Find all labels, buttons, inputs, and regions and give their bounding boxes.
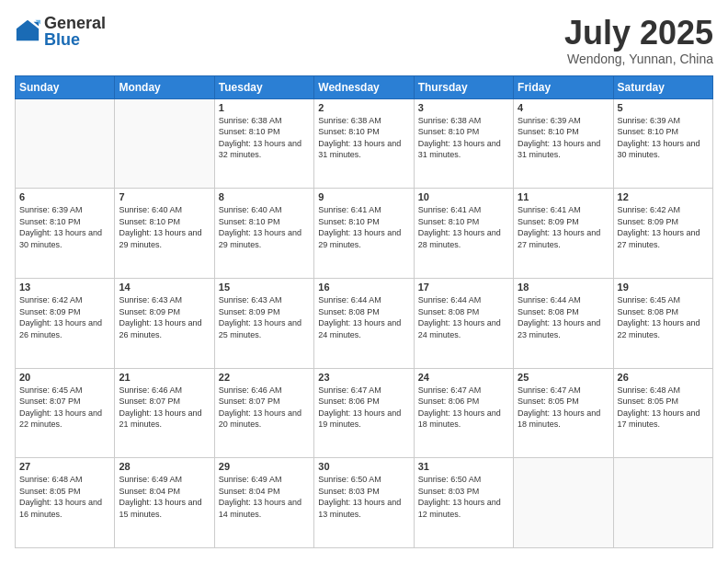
day-info-text: Sunrise: 6:43 AM Sunset: 8:09 PM Dayligh… bbox=[219, 294, 310, 340]
col-header-saturday: Saturday bbox=[613, 75, 712, 98]
day-number: 9 bbox=[318, 191, 409, 202]
cell-w3-d2: 14Sunrise: 6:43 AM Sunset: 8:09 PM Dayli… bbox=[115, 278, 214, 368]
col-header-thursday: Thursday bbox=[414, 75, 513, 98]
day-number: 3 bbox=[418, 102, 509, 113]
cell-w4-d6: 25Sunrise: 6:47 AM Sunset: 8:05 PM Dayli… bbox=[514, 368, 613, 458]
week-row-3: 13Sunrise: 6:42 AM Sunset: 8:09 PM Dayli… bbox=[16, 278, 713, 368]
cell-w2-d6: 11Sunrise: 6:41 AM Sunset: 8:09 PM Dayli… bbox=[514, 189, 613, 279]
day-info-text: Sunrise: 6:41 AM Sunset: 8:10 PM Dayligh… bbox=[418, 204, 509, 250]
day-info-text: Sunrise: 6:48 AM Sunset: 8:05 PM Dayligh… bbox=[618, 385, 709, 431]
day-number: 17 bbox=[418, 282, 509, 293]
day-number: 18 bbox=[518, 282, 609, 293]
cell-w2-d1: 6Sunrise: 6:39 AM Sunset: 8:10 PM Daylig… bbox=[16, 189, 115, 279]
day-info-text: Sunrise: 6:40 AM Sunset: 8:10 PM Dayligh… bbox=[119, 204, 210, 250]
cell-w5-d7 bbox=[613, 458, 712, 548]
cell-w3-d5: 17Sunrise: 6:44 AM Sunset: 8:08 PM Dayli… bbox=[414, 278, 513, 368]
cell-w3-d1: 13Sunrise: 6:42 AM Sunset: 8:09 PM Dayli… bbox=[16, 278, 115, 368]
day-info-text: Sunrise: 6:45 AM Sunset: 8:07 PM Dayligh… bbox=[19, 385, 110, 431]
day-number: 22 bbox=[219, 372, 310, 383]
logo-blue-text: Blue bbox=[44, 31, 106, 48]
cell-w2-d5: 10Sunrise: 6:41 AM Sunset: 8:10 PM Dayli… bbox=[414, 189, 513, 279]
day-info-text: Sunrise: 6:40 AM Sunset: 8:10 PM Dayligh… bbox=[219, 204, 310, 250]
day-info-text: Sunrise: 6:49 AM Sunset: 8:04 PM Dayligh… bbox=[219, 474, 310, 520]
week-row-5: 27Sunrise: 6:48 AM Sunset: 8:05 PM Dayli… bbox=[16, 458, 713, 548]
day-number: 23 bbox=[318, 372, 409, 383]
day-number: 12 bbox=[618, 191, 709, 202]
day-number: 11 bbox=[518, 191, 609, 202]
cell-w1-d5: 3Sunrise: 6:38 AM Sunset: 8:10 PM Daylig… bbox=[414, 98, 513, 189]
day-info-text: Sunrise: 6:39 AM Sunset: 8:10 PM Dayligh… bbox=[618, 115, 709, 161]
day-number: 30 bbox=[318, 461, 409, 472]
day-info-text: Sunrise: 6:50 AM Sunset: 8:03 PM Dayligh… bbox=[318, 474, 409, 520]
page: General Blue July 2025 Wendong, Yunnan, … bbox=[0, 0, 728, 563]
calendar-header-row: Sunday Monday Tuesday Wednesday Thursday… bbox=[16, 75, 713, 98]
cell-w1-d1 bbox=[16, 98, 115, 189]
day-info-text: Sunrise: 6:46 AM Sunset: 8:07 PM Dayligh… bbox=[219, 385, 310, 431]
day-info-text: Sunrise: 6:38 AM Sunset: 8:10 PM Dayligh… bbox=[219, 115, 310, 161]
location-text: Wendong, Yunnan, China bbox=[564, 52, 713, 66]
cell-w3-d7: 19Sunrise: 6:45 AM Sunset: 8:08 PM Dayli… bbox=[613, 278, 712, 368]
day-number: 4 bbox=[518, 102, 609, 113]
logo-icon bbox=[15, 18, 40, 44]
day-number: 29 bbox=[219, 461, 310, 472]
logo: General Blue bbox=[15, 15, 106, 48]
day-number: 15 bbox=[219, 282, 310, 293]
day-number: 28 bbox=[119, 461, 210, 472]
cell-w4-d3: 22Sunrise: 6:46 AM Sunset: 8:07 PM Dayli… bbox=[214, 368, 313, 458]
day-info-text: Sunrise: 6:42 AM Sunset: 8:09 PM Dayligh… bbox=[19, 294, 110, 340]
col-header-tuesday: Tuesday bbox=[214, 75, 313, 98]
day-number: 27 bbox=[19, 461, 110, 472]
cell-w1-d6: 4Sunrise: 6:39 AM Sunset: 8:10 PM Daylig… bbox=[514, 98, 613, 189]
day-info-text: Sunrise: 6:48 AM Sunset: 8:05 PM Dayligh… bbox=[19, 474, 110, 520]
day-number: 10 bbox=[418, 191, 509, 202]
day-number: 2 bbox=[318, 102, 409, 113]
cell-w4-d2: 21Sunrise: 6:46 AM Sunset: 8:07 PM Dayli… bbox=[115, 368, 214, 458]
day-number: 20 bbox=[19, 372, 110, 383]
day-number: 13 bbox=[19, 282, 110, 293]
day-number: 6 bbox=[19, 191, 110, 202]
day-number: 21 bbox=[119, 372, 210, 383]
cell-w2-d4: 9Sunrise: 6:41 AM Sunset: 8:10 PM Daylig… bbox=[314, 189, 414, 279]
cell-w5-d3: 29Sunrise: 6:49 AM Sunset: 8:04 PM Dayli… bbox=[214, 458, 313, 548]
day-info-text: Sunrise: 6:39 AM Sunset: 8:10 PM Dayligh… bbox=[19, 204, 110, 250]
day-info-text: Sunrise: 6:41 AM Sunset: 8:09 PM Dayligh… bbox=[518, 204, 609, 250]
cell-w3-d3: 15Sunrise: 6:43 AM Sunset: 8:09 PM Dayli… bbox=[214, 278, 313, 368]
day-number: 19 bbox=[618, 282, 709, 293]
day-info-text: Sunrise: 6:47 AM Sunset: 8:06 PM Dayligh… bbox=[418, 385, 509, 431]
col-header-monday: Monday bbox=[115, 75, 214, 98]
day-number: 24 bbox=[418, 372, 509, 383]
day-number: 5 bbox=[618, 102, 709, 113]
cell-w1-d7: 5Sunrise: 6:39 AM Sunset: 8:10 PM Daylig… bbox=[613, 98, 712, 189]
day-info-text: Sunrise: 6:44 AM Sunset: 8:08 PM Dayligh… bbox=[518, 294, 609, 340]
day-number: 25 bbox=[518, 372, 609, 383]
week-row-2: 6Sunrise: 6:39 AM Sunset: 8:10 PM Daylig… bbox=[16, 189, 713, 279]
cell-w1-d3: 1Sunrise: 6:38 AM Sunset: 8:10 PM Daylig… bbox=[214, 98, 313, 189]
cell-w5-d2: 28Sunrise: 6:49 AM Sunset: 8:04 PM Dayli… bbox=[115, 458, 214, 548]
day-info-text: Sunrise: 6:47 AM Sunset: 8:06 PM Dayligh… bbox=[318, 385, 409, 431]
col-header-sunday: Sunday bbox=[16, 75, 115, 98]
cell-w1-d2 bbox=[115, 98, 214, 189]
day-info-text: Sunrise: 6:50 AM Sunset: 8:03 PM Dayligh… bbox=[418, 474, 509, 520]
day-info-text: Sunrise: 6:38 AM Sunset: 8:10 PM Dayligh… bbox=[418, 115, 509, 161]
day-number: 1 bbox=[219, 102, 310, 113]
day-info-text: Sunrise: 6:44 AM Sunset: 8:08 PM Dayligh… bbox=[418, 294, 509, 340]
week-row-4: 20Sunrise: 6:45 AM Sunset: 8:07 PM Dayli… bbox=[16, 368, 713, 458]
day-info-text: Sunrise: 6:49 AM Sunset: 8:04 PM Dayligh… bbox=[119, 474, 210, 520]
cell-w3-d6: 18Sunrise: 6:44 AM Sunset: 8:08 PM Dayli… bbox=[514, 278, 613, 368]
day-number: 8 bbox=[219, 191, 310, 202]
day-number: 14 bbox=[119, 282, 210, 293]
cell-w5-d5: 31Sunrise: 6:50 AM Sunset: 8:03 PM Dayli… bbox=[414, 458, 513, 548]
cell-w3-d4: 16Sunrise: 6:44 AM Sunset: 8:08 PM Dayli… bbox=[314, 278, 414, 368]
title-section: July 2025 Wendong, Yunnan, China bbox=[564, 15, 713, 66]
day-info-text: Sunrise: 6:38 AM Sunset: 8:10 PM Dayligh… bbox=[318, 115, 409, 161]
cell-w4-d5: 24Sunrise: 6:47 AM Sunset: 8:06 PM Dayli… bbox=[414, 368, 513, 458]
day-info-text: Sunrise: 6:46 AM Sunset: 8:07 PM Dayligh… bbox=[119, 385, 210, 431]
logo-text: General Blue bbox=[44, 15, 106, 48]
cell-w2-d3: 8Sunrise: 6:40 AM Sunset: 8:10 PM Daylig… bbox=[214, 189, 313, 279]
day-info-text: Sunrise: 6:42 AM Sunset: 8:09 PM Dayligh… bbox=[618, 204, 709, 250]
day-info-text: Sunrise: 6:43 AM Sunset: 8:09 PM Dayligh… bbox=[119, 294, 210, 340]
cell-w5-d1: 27Sunrise: 6:48 AM Sunset: 8:05 PM Dayli… bbox=[16, 458, 115, 548]
calendar-table: Sunday Monday Tuesday Wednesday Thursday… bbox=[15, 75, 713, 548]
day-number: 7 bbox=[119, 191, 210, 202]
cell-w2-d2: 7Sunrise: 6:40 AM Sunset: 8:10 PM Daylig… bbox=[115, 189, 214, 279]
